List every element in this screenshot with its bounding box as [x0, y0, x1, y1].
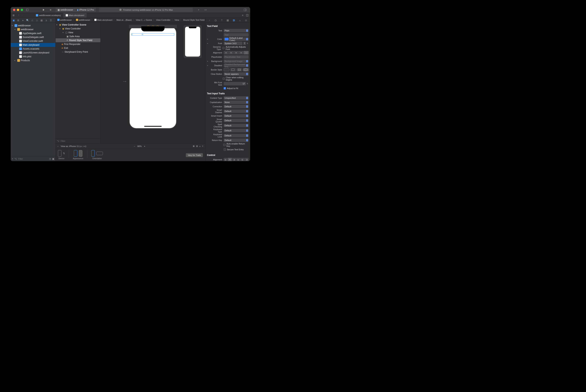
- outline-scene[interactable]: ▾ ◉ View Controller Scene: [56, 23, 100, 27]
- tree-file-selected[interactable]: Main.storyboard: [11, 43, 56, 47]
- project-nav-icon[interactable]: ▣: [12, 18, 15, 22]
- keyboard-look-dropdown[interactable]: Default: [224, 134, 249, 137]
- code-review-icon[interactable]: [203, 8, 208, 12]
- library-button[interactable]: +: [196, 8, 201, 12]
- auto-return-checkbox[interactable]: Auto-enable Return Key: [223, 142, 249, 147]
- tab-storyboard[interactable]: Main.storyboard: [63, 13, 87, 18]
- nav-back-icon[interactable]: 〈: [16, 13, 20, 18]
- resolve-tool-icon[interactable]: ▵: [199, 145, 201, 148]
- scm-icon[interactable]: ▣: [52, 158, 54, 160]
- embed-tool-icon[interactable]: ▿: [202, 145, 203, 148]
- disabled-bg-dropdown[interactable]: Disabled Background Ima…: [224, 64, 249, 67]
- appearance-dark[interactable]: [79, 150, 82, 157]
- outline-filter-input[interactable]: [61, 140, 99, 142]
- test-nav-icon[interactable]: ◇: [35, 18, 39, 22]
- canvas-minimap[interactable]: [184, 25, 202, 58]
- tree-file[interactable]: AppDelegate.swift: [11, 32, 56, 35]
- close-window[interactable]: [13, 9, 15, 11]
- device-chevron-icon[interactable]: ⇅: [63, 152, 65, 155]
- disclosure-icon[interactable]: ▾: [56, 24, 58, 26]
- disclosure-icon[interactable]: ▾: [60, 28, 62, 30]
- zoom-in-icon[interactable]: +: [144, 145, 145, 148]
- clear-editing-checkbox[interactable]: Clear when editing begins: [223, 76, 249, 81]
- smart-quotes-dropdown[interactable]: Default: [224, 119, 249, 122]
- source-control-nav-icon[interactable]: ⊠: [17, 18, 20, 22]
- content-type-dropdown[interactable]: Unspecified: [224, 96, 249, 100]
- clear-button-dropdown[interactable]: Never appears: [224, 72, 249, 76]
- adjust-editor-icon[interactable]: [245, 13, 249, 18]
- min-font-input[interactable]: 17: [224, 82, 246, 86]
- dynamic-type-checkbox[interactable]: Automatically Adjusts Font: [222, 46, 249, 50]
- add-trait-icon[interactable]: +: [207, 42, 209, 44]
- minimize-window[interactable]: [17, 9, 19, 11]
- issue-nav-icon[interactable]: ⚠: [31, 18, 34, 22]
- identity-inspector-icon[interactable]: ▦: [226, 18, 230, 22]
- run-button[interactable]: [41, 8, 46, 12]
- vary-for-traits-button[interactable]: Vary for Traits: [186, 153, 203, 157]
- orientation-portrait[interactable]: [91, 150, 95, 157]
- outline-tree[interactable]: ▾ ◉ View Controller Scene ▾ ◉ View Contr…: [56, 22, 100, 138]
- jump-seg[interactable]: Main.st…(Base): [116, 19, 132, 21]
- outline-view[interactable]: ▾ ▢ View: [56, 30, 100, 34]
- size-inspector-icon[interactable]: ▵: [238, 18, 242, 22]
- toggle-inspector-icon[interactable]: [242, 8, 248, 12]
- return-key-dropdown[interactable]: Default: [224, 138, 249, 142]
- min-font-stepper[interactable]: ⇅: [247, 83, 249, 85]
- add-trait-icon[interactable]: +: [207, 64, 209, 66]
- filter-icon[interactable]: ⌥: [14, 158, 17, 160]
- orientation-picker[interactable]: Orientation: [91, 150, 103, 160]
- outline-first-responder[interactable]: ◈ First Responder: [56, 42, 100, 46]
- font-field[interactable]: System 14.0: [224, 42, 242, 45]
- h-align-segments[interactable]: ⊏⊓⊐⊔⊏⊐: [224, 158, 249, 161]
- tree-file[interactable]: Assets.xcassets: [11, 47, 56, 51]
- pin-tool-icon[interactable]: ⊟: [196, 145, 198, 148]
- border-bezel[interactable]: [237, 68, 242, 71]
- alignment-segments[interactable]: ≡≡≡≡---: [224, 51, 249, 54]
- add-trait-icon[interactable]: +: [207, 38, 209, 40]
- jump-seg[interactable]: View: [174, 19, 180, 21]
- view-as-label[interactable]: View as: iPhone 11 (wC hR): [61, 145, 86, 148]
- outline-toggle-icon[interactable]: ▫: [58, 145, 58, 148]
- placeholder-input[interactable]: Placeholder Text: [224, 55, 249, 59]
- related-items-icon[interactable]: ⊞: [12, 13, 16, 18]
- nav-forward-icon[interactable]: 〉: [21, 13, 25, 18]
- text-type-dropdown[interactable]: Plain: [224, 29, 249, 32]
- outline-exit[interactable]: ⬅ Exit: [56, 46, 100, 50]
- file-tree[interactable]: ▾ webBrowser ▾ webBrowser AppDelegate.sw…: [11, 23, 56, 156]
- symbol-nav-icon[interactable]: ♦: [21, 18, 25, 22]
- jump-seg[interactable]: webBrowser: [75, 19, 91, 21]
- border-none[interactable]: [224, 68, 229, 71]
- correction-dropdown[interactable]: Default: [224, 105, 249, 108]
- jump-seg[interactable]: View Controller: [155, 19, 171, 21]
- tree-group[interactable]: ▸ Products: [11, 58, 56, 62]
- smart-dashes-dropdown[interactable]: Default: [224, 110, 249, 113]
- connections-inspector-icon[interactable]: ⊙: [244, 18, 248, 22]
- disclosure-icon[interactable]: ▾: [12, 24, 14, 26]
- attributes-inspector-icon[interactable]: [232, 18, 236, 22]
- background-dropdown[interactable]: Background Image: [224, 60, 249, 63]
- disclosure-icon[interactable]: ▸: [15, 60, 17, 62]
- disclosure-icon[interactable]: ▾: [63, 32, 65, 34]
- tree-file[interactable]: LaunchScreen.storyboard: [11, 51, 56, 54]
- history-inspector-icon[interactable]: ◷: [214, 18, 218, 22]
- jump-seg[interactable]: Round Style Text Field: [183, 19, 205, 21]
- tree-file[interactable]: SceneDelegate.swift: [11, 35, 56, 39]
- stop-button[interactable]: [48, 8, 53, 12]
- jump-bar[interactable]: webBrowser〉 webBrowser〉 Main.storyboard〉…: [56, 18, 205, 22]
- editor-options-icon[interactable]: ≡: [241, 13, 245, 18]
- orientation-landscape[interactable]: [96, 152, 103, 155]
- ib-canvas[interactable]: →: [101, 22, 205, 143]
- filter-icon[interactable]: ⌥: [57, 140, 60, 142]
- align-tool-icon[interactable]: ⊞: [193, 145, 195, 148]
- zoom-out-icon[interactable]: −: [134, 145, 135, 148]
- tab-project[interactable]: webBrowser.xcodeproj: [34, 13, 63, 18]
- selected-text-field[interactable]: [132, 33, 174, 36]
- toggle-navigator-icon[interactable]: [25, 8, 30, 12]
- tree-file[interactable]: ViewController.swift: [11, 39, 56, 43]
- report-nav-icon[interactable]: ☰: [49, 18, 53, 22]
- debug-nav-icon[interactable]: ▦: [40, 18, 43, 22]
- font-stepper[interactable]: ⇅: [247, 42, 249, 44]
- border-rounded[interactable]: [243, 68, 249, 71]
- scheme-selector[interactable]: ▦ webBrowser 〉 ▮ iPhone 12 Pro: [56, 8, 96, 12]
- outline-safearea[interactable]: ▣ Safe Area: [56, 34, 100, 38]
